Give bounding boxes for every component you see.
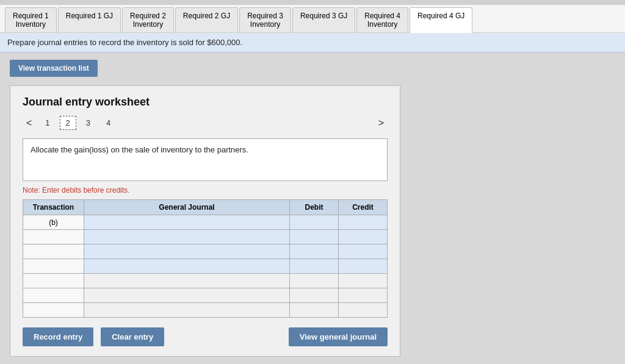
note-text: Note: Enter debits before credits. [23, 186, 388, 194]
gj-input[interactable] [84, 230, 289, 244]
credit-cell[interactable] [339, 259, 388, 274]
debit-cell[interactable] [290, 215, 339, 230]
table-row [23, 303, 388, 318]
general-journal-cell[interactable] [84, 244, 290, 259]
col-transaction: Transaction [23, 200, 84, 215]
debit-input[interactable] [290, 230, 338, 244]
tab-req1-gj[interactable]: Required 1 GJ [58, 7, 121, 32]
transaction-cell: (b) [23, 215, 84, 230]
clear-entry-button[interactable]: Clear entry [101, 327, 164, 346]
debit-cell[interactable] [290, 230, 339, 244]
top-bar [0, 0, 625, 5]
debit-cell [290, 288, 339, 303]
transaction-cell [23, 288, 84, 303]
debit-cell [290, 274, 339, 288]
view-general-journal-button[interactable]: View general journal [289, 327, 388, 346]
tab-req1-inv[interactable]: Required 1 Inventory [5, 7, 57, 32]
general-journal-cell[interactable] [84, 215, 290, 230]
credit-cell [339, 274, 388, 288]
gj-input[interactable] [84, 216, 289, 229]
transaction-cell [23, 244, 84, 259]
transaction-cell [23, 274, 84, 288]
table-row [23, 288, 388, 303]
debit-input[interactable] [290, 216, 338, 229]
tabs-container: Required 1 InventoryRequired 1 GJRequire… [0, 5, 625, 33]
transaction-cell [23, 259, 84, 274]
record-entry-button[interactable]: Record entry [23, 327, 93, 346]
credit-input[interactable] [339, 245, 387, 259]
col-debit: Debit [290, 200, 339, 215]
credit-cell [339, 288, 388, 303]
debit-input[interactable] [290, 245, 338, 259]
table-row: (b) [23, 215, 388, 230]
col-general-journal: General Journal [84, 200, 290, 215]
credit-input[interactable] [339, 260, 387, 273]
gj-input[interactable] [84, 260, 289, 273]
tab-req3-gj[interactable]: Required 3 GJ [292, 7, 355, 32]
table-row [23, 274, 388, 288]
worksheet-panel: Journal entry worksheet < 1 2 3 4 > Allo… [10, 85, 400, 357]
page-4[interactable]: 4 [100, 116, 117, 130]
general-journal-cell [84, 288, 290, 303]
page-3[interactable]: 3 [80, 116, 96, 130]
tab-req2-inv[interactable]: Required 2 Inventory [122, 7, 174, 32]
page-1[interactable]: 1 [39, 116, 56, 130]
page-2[interactable]: 2 [60, 116, 76, 130]
credit-cell [339, 303, 388, 318]
table-row [23, 230, 388, 244]
info-bar: Prepare journal entries to record the in… [0, 33, 625, 52]
tab-req4-gj[interactable]: Required 4 GJ [410, 7, 472, 33]
general-journal-cell [84, 303, 290, 318]
gj-input[interactable] [84, 245, 289, 259]
transaction-cell [23, 303, 84, 318]
tab-req3-inv[interactable]: Required 3 Inventory [239, 7, 291, 32]
general-journal-cell[interactable] [84, 259, 290, 274]
table-row [23, 244, 388, 259]
description-text: Allocate the gain(loss) on the sale of i… [31, 145, 248, 154]
debit-cell[interactable] [290, 259, 339, 274]
debit-cell[interactable] [290, 244, 339, 259]
next-arrow[interactable]: > [375, 116, 388, 130]
info-text: Prepare journal entries to record the in… [7, 38, 242, 47]
tab-req2-gj[interactable]: Required 2 GJ [175, 7, 238, 32]
credit-cell[interactable] [339, 244, 388, 259]
col-credit: Credit [339, 200, 388, 215]
main-area: View transaction list Journal entry work… [0, 52, 625, 364]
credit-cell[interactable] [339, 215, 388, 230]
nav-row: < 1 2 3 4 > [23, 116, 388, 130]
description-box: Allocate the gain(loss) on the sale of i… [23, 138, 388, 181]
general-journal-cell [84, 274, 290, 288]
table-row [23, 259, 388, 274]
general-journal-cell[interactable] [84, 230, 290, 244]
debit-cell [290, 303, 339, 318]
view-transaction-button[interactable]: View transaction list [10, 60, 98, 77]
tab-req4-inv[interactable]: Required 4 Inventory [356, 7, 408, 32]
worksheet-title: Journal entry worksheet [23, 96, 388, 109]
debit-input[interactable] [290, 260, 338, 273]
credit-input[interactable] [339, 230, 387, 244]
journal-table: Transaction General Journal Debit Credit… [23, 199, 388, 318]
transaction-cell [23, 230, 84, 244]
prev-arrow[interactable]: < [23, 116, 35, 130]
credit-input[interactable] [339, 216, 387, 229]
bottom-buttons-wrap: Record entry Clear entry View general jo… [23, 327, 388, 346]
credit-cell[interactable] [339, 230, 388, 244]
